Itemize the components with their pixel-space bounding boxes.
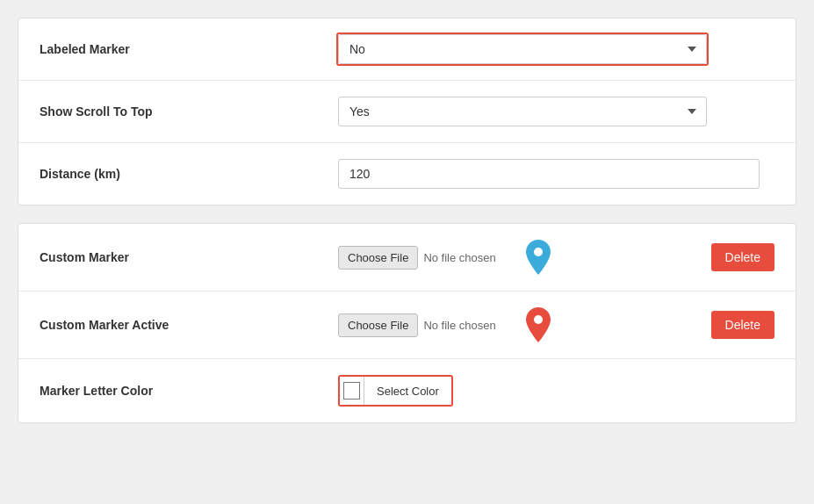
custom-marker-control: Choose File No file chosen Delete [338, 240, 774, 275]
custom-marker-active-pin-icon [524, 307, 552, 342]
custom-marker-file-wrap: Choose File No file chosen [338, 246, 496, 270]
labeled-marker-select[interactable]: No Yes [338, 34, 707, 64]
section-2: Custom Marker Choose File No file chosen… [18, 223, 796, 423]
show-scroll-to-top-label: Show Scroll To Top [40, 104, 338, 119]
marker-letter-color-row: Marker Letter Color Select Color [18, 359, 796, 422]
custom-marker-label: Custom Marker [40, 250, 338, 264]
svg-point-1 [534, 315, 543, 324]
show-scroll-to-top-row: Show Scroll To Top Yes No [18, 81, 796, 143]
show-scroll-to-top-control: Yes No [338, 97, 774, 126]
custom-marker-choose-file-button[interactable]: Choose File [338, 246, 418, 270]
custom-marker-pin-icon [524, 240, 552, 275]
distance-row: Distance (km) [18, 143, 796, 205]
marker-letter-color-select-button[interactable]: Select Color [364, 379, 451, 403]
labeled-marker-row: Labeled Marker No Yes [18, 18, 796, 81]
marker-letter-color-label: Marker Letter Color [40, 384, 338, 398]
section-1: Labeled Marker No Yes Show Scroll To Top… [18, 18, 796, 205]
custom-marker-active-choose-file-button[interactable]: Choose File [338, 313, 418, 337]
labeled-marker-label: Labeled Marker [40, 42, 338, 56]
marker-letter-color-swatch[interactable] [340, 377, 364, 405]
custom-marker-active-row: Custom Marker Active Choose File No file… [18, 292, 796, 359]
svg-point-0 [534, 248, 543, 256]
custom-marker-file-status: No file chosen [423, 251, 495, 264]
marker-letter-color-picker-wrap: Select Color [338, 375, 453, 407]
labeled-marker-control: No Yes [338, 34, 774, 64]
show-scroll-to-top-select-wrapper: Yes No [338, 97, 707, 126]
custom-marker-row: Custom Marker Choose File No file chosen… [18, 224, 796, 292]
distance-label: Distance (km) [40, 167, 338, 181]
custom-marker-active-file-status: No file chosen [423, 319, 495, 332]
custom-marker-active-delete-button[interactable]: Delete [711, 311, 774, 339]
custom-marker-active-control: Choose File No file chosen Delete [338, 307, 774, 342]
custom-marker-delete-button[interactable]: Delete [711, 243, 774, 271]
distance-control [338, 159, 774, 189]
show-scroll-to-top-select[interactable]: Yes No [338, 97, 707, 126]
custom-marker-active-label: Custom Marker Active [40, 318, 338, 332]
marker-letter-color-control: Select Color [338, 375, 774, 407]
labeled-marker-select-wrapper: No Yes [338, 34, 707, 64]
custom-marker-active-file-wrap: Choose File No file chosen [338, 313, 496, 337]
distance-input[interactable] [338, 159, 760, 189]
